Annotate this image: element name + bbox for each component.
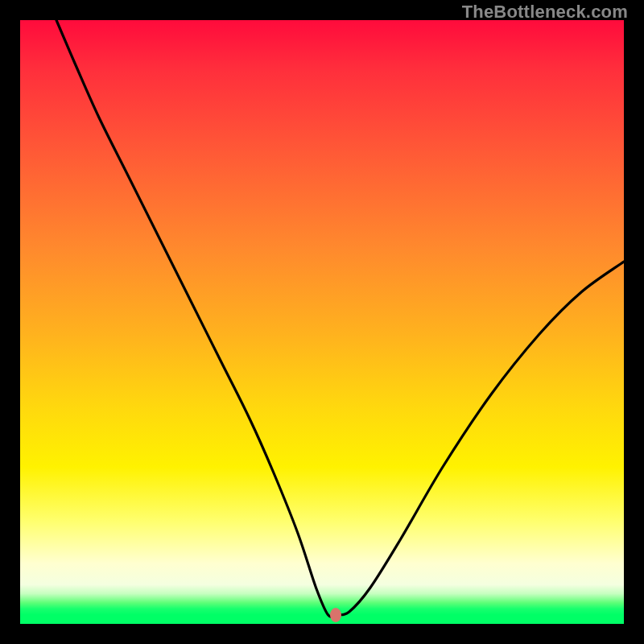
bottleneck-curve: [20, 20, 624, 624]
optimal-point-marker: [330, 608, 341, 622]
watermark-text: TheBottleneck.com: [462, 2, 628, 23]
plot-area: [20, 20, 624, 624]
chart-frame: TheBottleneck.com: [0, 0, 644, 644]
